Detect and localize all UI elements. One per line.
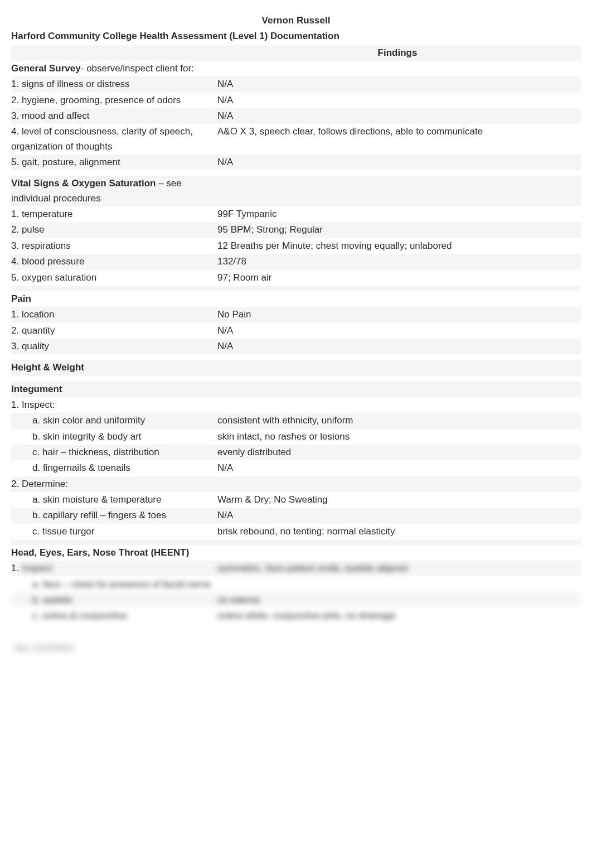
assessment-finding: No Pain (217, 307, 581, 322)
assessment-finding: N/A (217, 108, 581, 124)
assessment-label: 2. pulse (11, 222, 217, 238)
assessment-label: 4. blood pressure (11, 254, 217, 269)
table-row: a. skin moisture & temperature Warm & Dr… (11, 492, 581, 508)
table-row: c. hair – thickness, distribution evenly… (11, 445, 581, 460)
blurred-row: c. sclera & conjunctiva sclera white, co… (11, 608, 581, 624)
table-row: 1. Inspect symmetric, face patient smile… (11, 561, 581, 576)
table-row: 1. location No Pain (11, 307, 581, 322)
assessment-label: 3. mood and affect (11, 108, 217, 124)
section-title: General Survey (11, 63, 81, 74)
table-row: 1. temperature 99F Tympanic (11, 206, 581, 222)
section-title: Vital Signs & Oxygen Saturation (11, 178, 156, 189)
assessment-label: a. skin moisture & temperature (11, 492, 217, 508)
table-row: 1. signs of illness or distress N/A (11, 76, 581, 92)
assessment-label: 2. hygiene, grooming, presence of odors (11, 93, 217, 108)
assessment-finding: 132/78 (217, 254, 581, 269)
section-header-integument: Integument (11, 382, 581, 397)
assessment-label: 5. gait, posture, alignment (11, 155, 217, 170)
table-row: b. capillary refill – fingers & toes N/A (11, 508, 581, 523)
assessment-finding: evenly distributed (217, 445, 581, 460)
footer-blurred-text: Rev 11/23/2020 (11, 641, 581, 654)
assessment-finding: N/A (217, 460, 581, 476)
assessment-table: Findings General Survey- observe/inspect… (11, 45, 581, 624)
assessment-label: a. skin color and uniformity (11, 413, 217, 428)
findings-header-row: Findings (11, 45, 581, 61)
table-row: a. skin color and uniformity consistent … (11, 413, 581, 428)
assessment-finding: consistent with ethnicity, uniform (217, 413, 581, 428)
table-row: 2. hygiene, grooming, presence of odors … (11, 93, 581, 108)
blurred-text: a. face – chest for presence of facial n… (11, 577, 217, 592)
assessment-finding: N/A (217, 76, 581, 92)
blurred-text: symmetric, face patient smile, eyelids a… (217, 561, 407, 576)
blurred-text: c. sclera & conjunctiva (11, 608, 217, 624)
assessment-finding: 95 BPM; Strong; Regular (217, 222, 581, 238)
table-row: 2. quantity N/A (11, 323, 581, 339)
assessment-finding: N/A (217, 93, 581, 108)
assessment-label: 5. oxygen saturation (11, 270, 217, 286)
assessment-label: 3. quality (11, 339, 217, 354)
table-row: 4. blood pressure 132/78 (11, 254, 581, 269)
blurred-text (217, 577, 581, 592)
assessment-finding: skin intact, no rashes or lesions (217, 429, 581, 445)
blurred-text: Inspect (22, 561, 52, 576)
table-row: 5. oxygen saturation 97; Room air (11, 270, 581, 286)
section-header-heent: Head, Eyes, Ears, Nose Throat (HEENT) (11, 545, 581, 561)
section-title: Integument (11, 382, 217, 397)
table-row: 3. quality N/A (11, 339, 581, 354)
table-row: 3. mood and affect N/A (11, 108, 581, 124)
assessment-finding: N/A (217, 323, 581, 339)
assessment-finding: A&O X 3, speech clear, follows direction… (217, 124, 581, 155)
section-header-general-survey: General Survey- observe/inspect client f… (11, 61, 581, 76)
document-page: Vernon Russell Harford Community College… (0, 0, 592, 676)
blurred-row: b. eyelids no edema (11, 592, 581, 608)
table-row: 3. respirations 12 Breaths per Minute; c… (11, 238, 581, 254)
table-row: 2. Determine: (11, 476, 581, 492)
assessment-finding: N/A (217, 508, 581, 523)
assessment-label: b. skin integrity & body art (11, 429, 217, 445)
section-suffix: - observe/inspect client for: (81, 63, 194, 74)
section-header-height-weight: Height & Weight (11, 360, 581, 375)
assessment-finding: 97; Room air (217, 270, 581, 286)
list-number: 1. (11, 563, 19, 573)
section-title: Pain (11, 291, 217, 307)
assessment-label: 3. respirations (11, 238, 217, 254)
assessment-finding: 12 Breaths per Minute; chest moving equa… (217, 238, 581, 254)
blurred-text: no edema (217, 592, 581, 608)
blurred-text: sclera white, conjunctiva pink, no drain… (217, 608, 581, 624)
assessment-label: 1. temperature (11, 206, 217, 222)
findings-column-header: Findings (217, 45, 581, 61)
blurred-row: a. face – chest for presence of facial n… (11, 577, 581, 592)
subsection-label: 1. Inspect: (11, 397, 217, 413)
section-header-vitals: Vital Signs & Oxygen Saturation – see in… (11, 176, 581, 206)
subsection-label: 2. Determine: (11, 476, 217, 492)
section-header-pain: Pain (11, 291, 581, 307)
blurred-text: b. eyelids (11, 592, 217, 608)
assessment-label: 2. quantity (11, 323, 217, 339)
table-row: 5. gait, posture, alignment N/A (11, 155, 581, 170)
assessment-finding: brisk rebound, no tenting; normal elasti… (217, 524, 581, 539)
assessment-finding: 99F Tympanic (217, 206, 581, 222)
table-row: 1. Inspect: (11, 397, 581, 413)
table-row: d. fingernails & toenails N/A (11, 460, 581, 476)
assessment-label: c. hair – thickness, distribution (11, 445, 217, 460)
doc-title: Harford Community College Health Assessm… (11, 29, 581, 44)
table-row: 4. level of consciousness, clarity of sp… (11, 124, 581, 155)
section-title: Height & Weight (11, 360, 217, 375)
patient-name: Vernon Russell (11, 13, 581, 28)
assessment-label: 1. location (11, 307, 217, 322)
assessment-finding: N/A (217, 155, 581, 170)
assessment-label: b. capillary refill – fingers & toes (11, 508, 217, 523)
assessment-label: d. fingernails & toenails (11, 460, 217, 476)
assessment-label: 1. signs of illness or distress (11, 76, 217, 92)
section-title: Head, Eyes, Ears, Nose Throat (HEENT) (11, 545, 217, 561)
table-row: 2. pulse 95 BPM; Strong; Regular (11, 222, 581, 238)
table-row: b. skin integrity & body art skin intact… (11, 429, 581, 445)
assessment-finding: N/A (217, 339, 581, 354)
table-row: c. tissue turgor brisk rebound, no tenti… (11, 524, 581, 539)
assessment-label: 4. level of consciousness, clarity of sp… (11, 124, 217, 155)
assessment-label: c. tissue turgor (11, 524, 217, 539)
assessment-finding: Warm & Dry; No Sweating (217, 492, 581, 508)
